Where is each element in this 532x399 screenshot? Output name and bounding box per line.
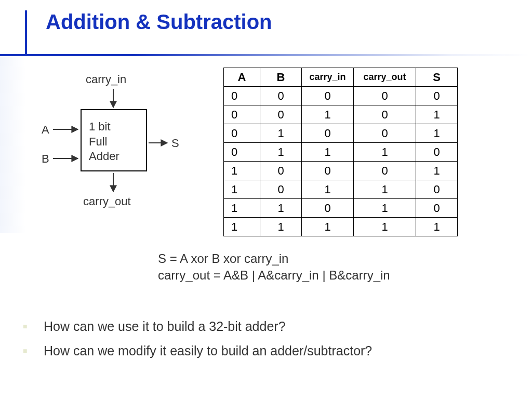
th-carry-out: carry_out: [354, 68, 416, 87]
table-cell: 0: [260, 87, 302, 105]
table-cell: 1: [354, 143, 416, 162]
table-cell: 0: [416, 199, 458, 218]
table-cell: 1: [224, 199, 260, 218]
table-cell: 0: [302, 124, 354, 143]
table-cell: 1: [224, 162, 260, 180]
table-cell: 0: [354, 105, 416, 124]
table-cell: 0: [260, 105, 302, 124]
equations-block: S = A xor B xor carry_in carry_out = A&B…: [158, 250, 390, 284]
bullet-q1: How can we use it to build a 32-bit adde…: [23, 319, 372, 334]
title-horizontal-rule: [0, 54, 532, 56]
table-cell: 0: [416, 87, 458, 105]
table-cell: 0: [224, 143, 260, 162]
table-cell: 0: [224, 87, 260, 105]
table-header-row: A B carry_in carry_out S: [224, 68, 458, 87]
table-row: 11010: [224, 199, 458, 218]
table-cell: 1: [224, 218, 260, 236]
equation-carry-out: carry_out = A&B | A&carry_in | B&carry_i…: [158, 267, 390, 284]
table-cell: 0: [224, 124, 260, 143]
table-cell: 1: [416, 124, 458, 143]
table-cell: 1: [224, 180, 260, 199]
th-S: S: [416, 68, 458, 87]
slide-title: Addition & Subtraction: [25, 10, 272, 34]
table-cell: 0: [260, 180, 302, 199]
table-cell: 0: [302, 162, 354, 180]
equation-S: S = A xor B xor carry_in: [158, 250, 390, 267]
th-B: B: [260, 68, 302, 87]
table-cell: 1: [260, 218, 302, 236]
table-row: 11111: [224, 218, 458, 236]
full-adder-diagram: carry_in A B S carry_out 1 bit Full Adde…: [36, 70, 192, 216]
table-cell: 1: [416, 105, 458, 124]
th-A: A: [224, 68, 260, 87]
table-cell: 0: [302, 87, 354, 105]
table-cell: 0: [416, 180, 458, 199]
bullet-q2: How can we modify it easily to build an …: [23, 343, 372, 358]
left-gradient: [0, 56, 26, 233]
table-cell: 1: [260, 124, 302, 143]
table-cell: 0: [354, 87, 416, 105]
table-row: 10001: [224, 162, 458, 180]
table-row: 00101: [224, 105, 458, 124]
table-cell: 1: [416, 218, 458, 236]
table-row: 00000: [224, 87, 458, 105]
table-cell: 1: [354, 218, 416, 236]
table-cell: 1: [302, 105, 354, 124]
table-row: 01001: [224, 124, 458, 143]
question-list: How can we use it to build a 32-bit adde…: [23, 319, 372, 368]
truth-table: A B carry_in carry_out S 000000010101001…: [223, 68, 458, 236]
table-cell: 1: [302, 218, 354, 236]
table-row: 01110: [224, 143, 458, 162]
table-cell: 1: [302, 180, 354, 199]
table-row: 10110: [224, 180, 458, 199]
diagram-arrows: [36, 70, 192, 216]
table-cell: 1: [354, 180, 416, 199]
table-cell: 0: [224, 105, 260, 124]
table-cell: 0: [260, 162, 302, 180]
table-cell: 0: [354, 124, 416, 143]
table-cell: 1: [416, 162, 458, 180]
table-cell: 0: [354, 162, 416, 180]
th-carry-in: carry_in: [302, 68, 354, 87]
table-cell: 1: [302, 143, 354, 162]
table-cell: 0: [302, 199, 354, 218]
table-cell: 1: [354, 199, 416, 218]
table-cell: 1: [260, 143, 302, 162]
table-cell: 0: [416, 143, 458, 162]
table-cell: 1: [260, 199, 302, 218]
